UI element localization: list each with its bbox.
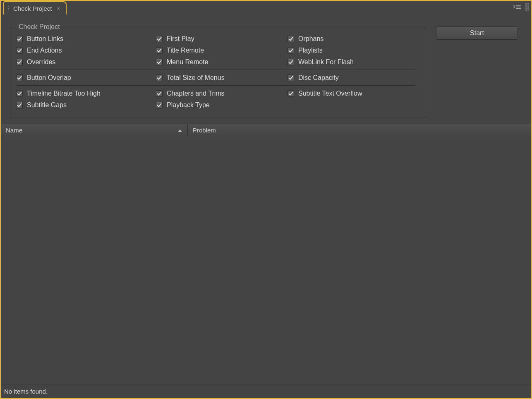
check-item-menu-remote[interactable]: Menu Remote: [156, 58, 284, 66]
checkbox[interactable]: [16, 36, 23, 42]
panel-drag-grip-icon[interactable]: [525, 3, 529, 11]
checkbox[interactable]: [16, 102, 23, 108]
check-item-first-play[interactable]: First Play: [156, 35, 284, 43]
check-label: Overrides: [27, 58, 55, 66]
check-label: End Actions: [27, 47, 62, 54]
tab-grip-icon: [8, 6, 9, 10]
check-project-group: Check Project Button LinksFirst PlayOrph…: [10, 23, 426, 118]
checkbox[interactable]: [156, 36, 163, 42]
tab-bar: Check Project ×: [1, 0, 531, 13]
checkbox[interactable]: [16, 75, 23, 81]
check-item-subtitle-text-overflow[interactable]: Subtitle Text Overflow: [288, 90, 416, 97]
check-row: Subtitle GapsPlayback Type: [16, 99, 416, 111]
check-row: End ActionsTitle RemotePlaylists: [16, 45, 416, 56]
column-header-problem[interactable]: Problem: [188, 124, 478, 136]
group-legend: Check Project: [16, 23, 62, 31]
check-label: Total Size of Menus: [167, 74, 225, 82]
sort-ascending-icon: [177, 127, 182, 134]
side-buttons: Start: [436, 23, 519, 118]
check-item-button-overlap[interactable]: Button Overlap: [16, 74, 153, 82]
column-header-problem-label: Problem: [193, 127, 216, 134]
check-row: OverridesMenu RemoteWebLink For Flash: [16, 56, 416, 68]
check-row: Button LinksFirst PlayOrphans: [16, 33, 416, 45]
check-label: Button Overlap: [27, 74, 71, 82]
check-label: Subtitle Text Overflow: [298, 90, 362, 97]
check-project-panel: Check Project × Check Project Button Lin…: [0, 0, 532, 399]
checkbox[interactable]: [156, 75, 163, 81]
tab-check-project[interactable]: Check Project ×: [3, 1, 67, 14]
tab-title: Check Project: [13, 5, 52, 12]
check-label: Orphans: [298, 35, 324, 43]
svg-rect-0: [516, 5, 521, 6]
checkbox[interactable]: [16, 47, 23, 54]
check-label: WebLink For Flash: [298, 58, 354, 66]
check-item-playback-type[interactable]: Playback Type: [156, 101, 284, 109]
checkbox[interactable]: [16, 59, 23, 65]
checkbox[interactable]: [156, 59, 163, 65]
start-button[interactable]: Start: [436, 26, 518, 40]
check-item-overrides[interactable]: Overrides: [16, 58, 153, 66]
checkbox[interactable]: [288, 47, 294, 54]
check-label: Playlists: [298, 47, 323, 54]
column-header-name[interactable]: Name: [1, 124, 188, 136]
check-item-weblink-for-flash[interactable]: WebLink For Flash: [288, 58, 416, 66]
check-row: Timeline Bitrate Too HighChapters and Tr…: [16, 88, 416, 99]
status-bar: No items found.: [1, 384, 531, 398]
check-item-title-remote[interactable]: Title Remote: [156, 47, 284, 54]
checkbox[interactable]: [288, 75, 294, 81]
check-label: First Play: [167, 35, 194, 43]
column-header-name-label: Name: [6, 127, 22, 134]
checkbox[interactable]: [156, 102, 163, 108]
group-divider: [16, 85, 416, 86]
check-item-total-size-of-menus[interactable]: Total Size of Menus: [156, 74, 284, 82]
check-item-playlists[interactable]: Playlists: [288, 47, 416, 54]
svg-rect-1: [516, 7, 521, 7]
check-label: Title Remote: [167, 47, 204, 54]
status-text: No items found.: [4, 388, 48, 395]
checkbox[interactable]: [288, 59, 294, 65]
check-item-timeline-bitrate-too-high[interactable]: Timeline Bitrate Too High: [16, 90, 153, 97]
checkbox[interactable]: [156, 90, 163, 97]
check-item-subtitle-gaps[interactable]: Subtitle Gaps: [16, 101, 153, 109]
panel-menu-icon[interactable]: [513, 4, 521, 11]
results-table-header: Name Problem: [1, 124, 531, 136]
svg-rect-2: [516, 8, 521, 9]
checkbox[interactable]: [288, 36, 294, 42]
check-item-end-actions[interactable]: End Actions: [16, 47, 153, 54]
results-area: [4, 136, 531, 384]
checkbox[interactable]: [16, 90, 23, 97]
group-divider: [16, 70, 416, 70]
checkbox[interactable]: [288, 90, 294, 97]
check-row: Button OverlapTotal Size of MenusDisc Ca…: [16, 72, 416, 84]
check-label: Button Links: [27, 35, 63, 43]
check-label: Menu Remote: [167, 58, 208, 66]
close-icon[interactable]: ×: [57, 5, 60, 12]
check-item-button-links[interactable]: Button Links: [16, 35, 153, 43]
check-label: Subtitle Gaps: [27, 101, 67, 109]
checkbox[interactable]: [156, 47, 163, 54]
check-item-chapters-and-trims[interactable]: Chapters and Trims: [156, 90, 284, 97]
check-item-orphans[interactable]: Orphans: [288, 35, 416, 43]
panel-right-controls: [513, 3, 529, 11]
check-item-disc-capacity[interactable]: Disc Capacity: [288, 74, 416, 82]
check-label: Chapters and Trims: [167, 90, 225, 97]
check-label: Playback Type: [167, 101, 210, 109]
check-label: Timeline Bitrate Too High: [27, 90, 101, 97]
svg-marker-3: [178, 130, 182, 132]
check-label: Disc Capacity: [298, 74, 339, 82]
content-area: Check Project Button LinksFirst PlayOrph…: [4, 13, 531, 124]
